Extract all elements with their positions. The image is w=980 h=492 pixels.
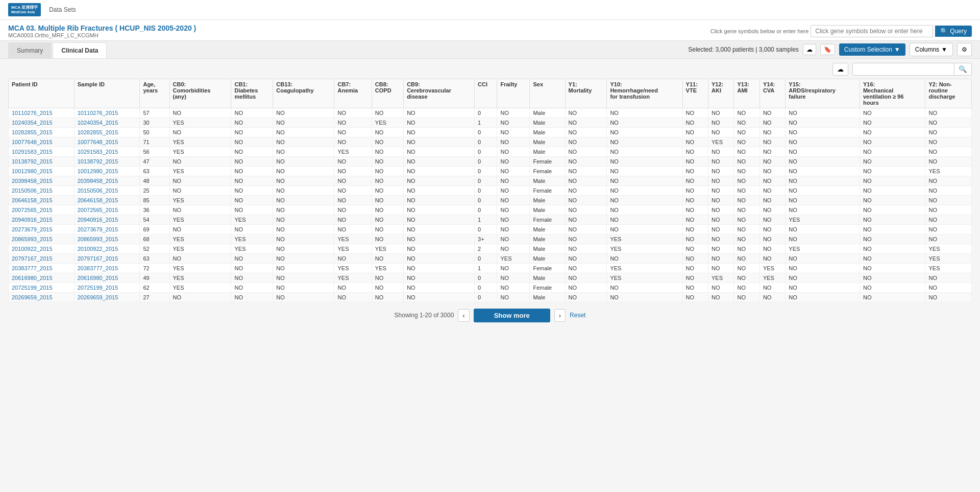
cell-sample_id[interactable]: 20940916_2015: [74, 215, 140, 224]
col-header-cb1[interactable]: CB1:Diabetesmellitus: [231, 79, 273, 108]
cell-y15: NO: [786, 147, 860, 156]
cell-cb0: NO: [169, 292, 231, 302]
col-header-y10[interactable]: Y10:Hemorrhage/needfor transfusion: [607, 79, 682, 108]
col-header-y14[interactable]: Y14:CVA: [760, 79, 785, 108]
cell-sample_id[interactable]: 20273679_2015: [74, 224, 140, 234]
cell-sample_id[interactable]: 20383777_2015: [74, 263, 140, 273]
cell-patient_id[interactable]: 20398458_2015: [9, 176, 75, 185]
cell-patient_id[interactable]: 10282855_2015: [9, 127, 75, 137]
cell-patient_id[interactable]: 20273679_2015: [9, 224, 75, 234]
settings-button[interactable]: ⚙: [957, 43, 972, 56]
cell-sample_id[interactable]: 20398458_2015: [74, 176, 140, 185]
table-search-input[interactable]: [852, 63, 954, 76]
cell-sample_id[interactable]: 20072565_2015: [74, 205, 140, 215]
cell-y2: NO: [925, 137, 972, 147]
col-header-y2[interactable]: Y2: Non-routinedischarge: [925, 79, 972, 108]
cell-patient_id[interactable]: 20940916_2015: [9, 215, 75, 224]
datasets-nav[interactable]: Data Sets: [49, 6, 76, 13]
col-header-cci[interactable]: CCI: [475, 79, 497, 108]
cell-sex: Male: [530, 253, 565, 263]
cell-sample_id[interactable]: 20616980_2015: [74, 273, 140, 283]
cell-sample_id[interactable]: 10012980_2015: [74, 166, 140, 176]
col-header-sex[interactable]: Sex: [530, 79, 565, 108]
cell-sample_id[interactable]: 10077648_2015: [74, 137, 140, 147]
cell-patient_id[interactable]: 20072565_2015: [9, 205, 75, 215]
query-button[interactable]: 🔍 Query: [935, 26, 972, 37]
columns-button[interactable]: Columns ▼: [910, 43, 953, 56]
next-button[interactable]: ›: [554, 309, 566, 322]
cell-sample_id[interactable]: 20269659_2015: [74, 292, 140, 302]
col-header-cb9[interactable]: CB9:Cerebrovasculardisease: [404, 79, 475, 108]
cell-patient_id[interactable]: 10291583_2015: [9, 147, 75, 156]
col-header-y15[interactable]: Y15:ARDS/respiratoryfailure: [786, 79, 860, 108]
cell-sample_id[interactable]: 10291583_2015: [74, 147, 140, 156]
col-header-cb7[interactable]: CB7:Anemia: [334, 79, 372, 108]
cell-sample_id[interactable]: 20646158_2015: [74, 195, 140, 205]
cell-y16: NO: [860, 283, 925, 292]
tab-bar: Summary Clinical Data Selected: 3,000 pa…: [0, 41, 980, 59]
cell-patient_id[interactable]: 10240354_2015: [9, 118, 75, 127]
reset-link[interactable]: Reset: [570, 312, 585, 319]
cell-patient_id[interactable]: 20100922_2015: [9, 244, 75, 253]
tab-summary[interactable]: Summary: [8, 42, 52, 58]
col-header-cb13[interactable]: CB13:Coagulopathy: [273, 79, 334, 108]
cell-sample_id[interactable]: 10240354_2015: [74, 118, 140, 127]
cell-patient_id[interactable]: 20616980_2015: [9, 273, 75, 283]
cell-cb0: NO: [169, 108, 231, 118]
cell-y2: NO: [925, 147, 972, 156]
cell-patient_id[interactable]: 20865993_2015: [9, 234, 75, 244]
cell-y2: NO: [925, 273, 972, 283]
col-header-y13[interactable]: Y13:AMI: [734, 79, 760, 108]
cell-patient_id[interactable]: 20269659_2015: [9, 292, 75, 302]
cell-frailty: NO: [497, 108, 530, 118]
col-header-y16[interactable]: Y16:Mechanicalventilation ≥ 96hours: [860, 79, 925, 108]
col-header-age[interactable]: Age,years: [140, 79, 169, 108]
columns-dropdown-icon: ▼: [941, 46, 947, 53]
col-header-frailty[interactable]: Frailty: [497, 79, 530, 108]
cell-patient_id[interactable]: 10110276_2015: [9, 108, 75, 118]
custom-selection-button[interactable]: Custom Selection ▼: [839, 43, 905, 56]
cell-patient_id[interactable]: 20383777_2015: [9, 263, 75, 273]
cell-cb7: NO: [334, 156, 372, 166]
col-header-y12[interactable]: Y12:AKI: [708, 79, 734, 108]
cell-age: 36: [140, 205, 169, 215]
tab-clinical-data[interactable]: Clinical Data: [53, 42, 107, 58]
cloud-download-button[interactable]: ☁: [832, 63, 848, 76]
cell-cb8: NO: [372, 215, 403, 224]
cell-sample_id[interactable]: 20100922_2015: [74, 244, 140, 253]
cell-y15: NO: [786, 137, 860, 147]
cell-patient_id[interactable]: 20150506_2015: [9, 185, 75, 195]
col-header-y11[interactable]: Y11:VTE: [682, 79, 708, 108]
col-header-patient-id[interactable]: Patient ID: [9, 79, 75, 108]
cell-sample_id[interactable]: 20725199_2015: [74, 283, 140, 292]
prev-button[interactable]: ‹: [458, 309, 469, 322]
col-header-cb0[interactable]: CB0:Comorbidities(any): [169, 79, 231, 108]
cell-sample_id[interactable]: 10282855_2015: [74, 127, 140, 137]
cell-y10: NO: [607, 137, 682, 147]
cell-sample_id[interactable]: 20797167_2015: [74, 253, 140, 263]
col-header-y1[interactable]: Y1:Mortality: [565, 79, 607, 108]
cell-sample_id[interactable]: 20865993_2015: [74, 234, 140, 244]
show-more-button[interactable]: Show more: [474, 309, 550, 322]
cell-cb13: NO: [273, 127, 334, 137]
cell-patient_id[interactable]: 10138792_2015: [9, 156, 75, 166]
table-search-button[interactable]: 🔍: [954, 63, 972, 76]
cell-cci: 1: [475, 118, 497, 127]
cell-patient_id[interactable]: 10012980_2015: [9, 166, 75, 176]
cell-sample_id[interactable]: 10110276_2015: [74, 108, 140, 118]
cell-sample_id[interactable]: 10138792_2015: [74, 156, 140, 166]
cell-patient_id[interactable]: 10077648_2015: [9, 137, 75, 147]
cell-cci: 0: [475, 156, 497, 166]
col-header-cb8[interactable]: CB8:COPD: [372, 79, 403, 108]
bookmark-icon-btn[interactable]: 🔖: [820, 44, 835, 55]
cell-patient_id[interactable]: 20797167_2015: [9, 253, 75, 263]
cell-sample_id[interactable]: 20150506_2015: [74, 185, 140, 195]
download-icon-btn[interactable]: ☁: [803, 44, 816, 55]
gene-search-input[interactable]: [811, 25, 933, 37]
col-header-sample-id[interactable]: Sample ID: [74, 79, 140, 108]
cell-cb1: NO: [231, 185, 273, 195]
cell-patient_id[interactable]: 20725199_2015: [9, 283, 75, 292]
cell-patient_id[interactable]: 20646158_2015: [9, 195, 75, 205]
cell-y13: NO: [734, 292, 760, 302]
cell-sex: Male: [530, 118, 565, 127]
